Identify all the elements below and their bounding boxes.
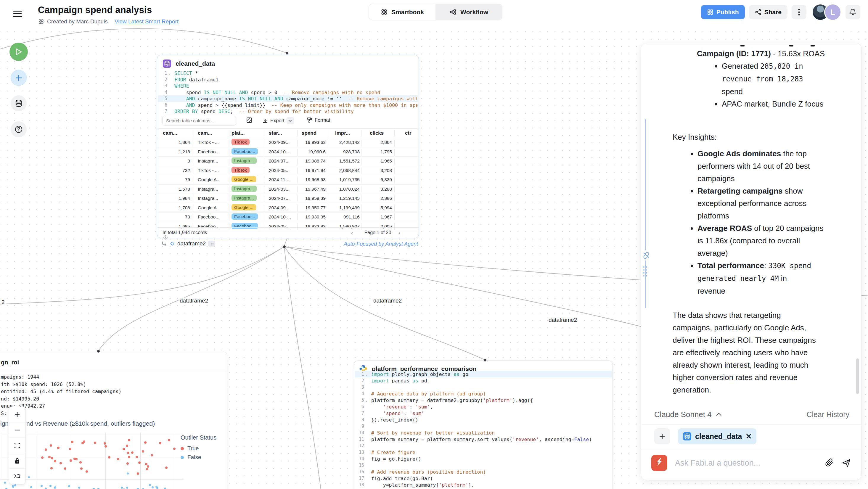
node-campaign-roi[interactable]: gn_roi mpaigns: 1944ith ≥$10k spend: 102…	[0, 352, 227, 489]
scatter-point-true[interactable]	[117, 458, 119, 460]
scatter-point-true[interactable]	[86, 470, 88, 473]
scatter-point-true[interactable]	[127, 452, 129, 454]
scatter-point-false[interactable]	[45, 488, 47, 489]
scatter-point-true[interactable]	[144, 441, 147, 444]
scatter-point-false[interactable]	[54, 486, 56, 488]
scatter-point-true[interactable]	[151, 454, 153, 456]
zoom-in-button[interactable]	[9, 407, 25, 422]
scatter-point-false[interactable]	[149, 484, 151, 486]
ask-question-input[interactable]	[675, 459, 817, 468]
chip-close-icon[interactable]: ✕	[745, 432, 752, 441]
scatter-point-true[interactable]	[128, 439, 130, 441]
tab-workflow[interactable]: Workflow	[435, 4, 502, 20]
input-handle-cleaned-data[interactable]	[286, 52, 288, 55]
table-row[interactable]: 1,708Google A...Google ...2024-09...19,9…	[157, 203, 418, 213]
scatter-point-true[interactable]	[123, 448, 125, 450]
help-button[interactable]	[11, 121, 27, 137]
scatter-point-true[interactable]	[128, 456, 130, 458]
scatter-point-true[interactable]	[54, 460, 56, 462]
column-header[interactable]: star...	[269, 130, 282, 136]
scatter-point-true[interactable]	[45, 449, 47, 451]
export-button[interactable]: Export	[262, 117, 294, 124]
scatter-point-false[interactable]	[121, 487, 123, 489]
column-header[interactable]: clicks	[370, 130, 384, 136]
column-picker-icon[interactable]	[246, 117, 252, 123]
notifications-button[interactable]	[845, 5, 860, 19]
scatter-point-true[interactable]	[135, 456, 138, 458]
scatter-point-false[interactable]	[68, 485, 70, 487]
data-sources-button[interactable]	[11, 95, 27, 111]
scatter-point-false[interactable]	[164, 488, 166, 489]
lock-icon[interactable]	[9, 453, 25, 468]
fold-chevron-icon[interactable]: ⌄	[365, 372, 367, 376]
avatar-l[interactable]: L	[824, 4, 841, 21]
fold-chevron-icon[interactable]: ⌄	[168, 71, 170, 75]
scatter-point-true[interactable]	[50, 467, 53, 469]
context-chip-cleaned-data[interactable]: SQL cleaned_data ✕	[678, 428, 756, 444]
scatter-point-false[interactable]	[78, 487, 80, 489]
column-header[interactable]: spend	[302, 130, 316, 136]
format-button[interactable]: Format	[307, 117, 330, 123]
input-handle-platform-comparison[interactable]	[484, 359, 487, 361]
fit-view-icon[interactable]	[9, 438, 25, 453]
scatter-point-true[interactable]	[80, 467, 83, 470]
legend-item-false[interactable]: False	[181, 453, 216, 462]
shuffle-icon[interactable]	[9, 468, 25, 484]
model-selector[interactable]: Claude Sonnet 4	[654, 410, 722, 419]
chat-message-area[interactable]: Campaign (ID: 1771) - 15.63x ROAS Genera…	[641, 43, 861, 405]
attach-icon[interactable]	[825, 458, 834, 468]
scatter-point-true[interactable]	[159, 442, 161, 444]
scatter-point-true[interactable]	[137, 472, 139, 475]
scatter-point-true[interactable]	[142, 450, 144, 453]
scatter-point-true[interactable]	[71, 441, 73, 443]
clear-history-button[interactable]: Clear History	[807, 410, 849, 419]
scatter-point-true[interactable]	[48, 456, 51, 458]
table-row[interactable]: 73Faceboo...Faceboo...2024-10-...19,930.…	[157, 213, 418, 222]
scatter-point-false[interactable]	[93, 488, 95, 489]
output-fanout-handle[interactable]	[283, 245, 286, 248]
send-icon[interactable]	[842, 459, 851, 467]
column-header[interactable]: impr...	[335, 130, 350, 136]
scatter-point-false[interactable]	[30, 486, 32, 488]
scatter-point-true[interactable]	[104, 445, 107, 448]
scatter-point-false[interactable]	[126, 487, 128, 489]
scatter-point-true[interactable]	[69, 448, 71, 450]
add-node-button[interactable]	[11, 70, 27, 86]
export-chevron-icon[interactable]	[286, 117, 294, 124]
scatter-point-true[interactable]	[131, 451, 133, 454]
scatter-point-false[interactable]	[156, 487, 158, 489]
tab-smartbook[interactable]: Smartbook	[369, 4, 435, 20]
scatter-point-false[interactable]	[40, 485, 43, 487]
zoom-out-button[interactable]	[9, 422, 25, 438]
chat-scrollbar[interactable]	[856, 359, 859, 394]
scatter-point-false[interactable]	[14, 484, 16, 486]
smart-report-link[interactable]: View Latest Smart Report	[115, 18, 179, 25]
output-handle-row[interactable]: dataframe2	[161, 240, 215, 247]
table-row[interactable]: 1,218Faceboo...Faceboo...2024-10-...19,9…	[157, 147, 418, 157]
python-code-editor[interactable]: 1⌄import plotly.graph_objects as go2impo…	[354, 371, 613, 489]
scatter-point-true[interactable]	[51, 457, 53, 459]
more-menu-button[interactable]	[792, 5, 806, 19]
scatter-point-true[interactable]	[60, 462, 62, 464]
scatter-point-true[interactable]	[41, 456, 43, 459]
legend-item-true[interactable]: True	[181, 444, 216, 453]
scatter-point-true[interactable]	[165, 466, 167, 469]
scatter-point-true[interactable]	[83, 440, 85, 443]
column-header[interactable]: ctr	[405, 130, 411, 136]
table-row[interactable]: 79Google A...Google ...2024-11-...19,968…	[157, 175, 418, 185]
scatter-point-false[interactable]	[97, 488, 99, 489]
node-platform-performance-comparison[interactable]: platform_performance_comparison 1⌄import…	[354, 361, 613, 489]
scatter-point-true[interactable]	[73, 458, 76, 460]
drag-handle-icon[interactable]	[643, 266, 647, 277]
add-context-button[interactable]	[654, 428, 670, 444]
run-workflow-button[interactable]	[9, 42, 28, 61]
scatter-point-true[interactable]	[126, 462, 129, 465]
scatter-point-true[interactable]	[50, 444, 52, 447]
scatter-point-false[interactable]	[28, 476, 30, 478]
fold-chevron-icon[interactable]: ⌄	[365, 398, 367, 403]
scatter-point-true[interactable]	[104, 442, 106, 445]
scatter-point-true[interactable]	[147, 465, 149, 468]
table-row[interactable]: 1,364TikTok - ...TikTok2024-09...19,993.…	[157, 138, 418, 147]
scatter-point-true[interactable]	[64, 467, 66, 470]
publish-button[interactable]: Publish	[701, 5, 745, 19]
